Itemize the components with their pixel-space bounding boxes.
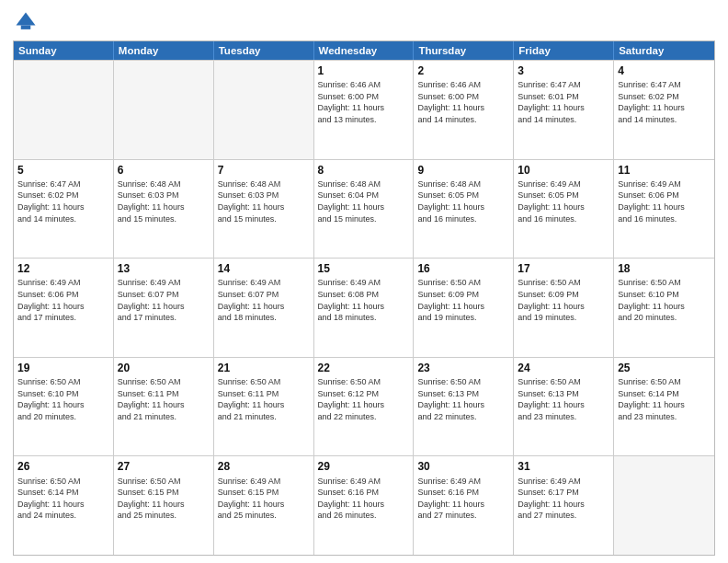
calendar-cell: 8Sunrise: 6:48 AM Sunset: 6:04 PM Daylig… [314,160,415,259]
header [13,9,715,35]
calendar-cell [214,61,314,159]
svg-marker-0 [17,13,36,26]
logo [13,9,42,35]
calendar-cell: 25Sunrise: 6:50 AM Sunset: 6:14 PM Dayli… [614,358,714,456]
calendar-cell: 7Sunrise: 6:48 AM Sunset: 6:03 PM Daylig… [214,160,314,259]
day-info: Sunrise: 6:48 AM Sunset: 6:03 PM Dayligh… [118,178,210,224]
calendar-cell: 9Sunrise: 6:48 AM Sunset: 6:05 PM Daylig… [414,160,514,259]
day-number: 19 [17,361,109,375]
day-number: 29 [318,459,410,474]
day-info: Sunrise: 6:49 AM Sunset: 6:05 PM Dayligh… [518,178,609,224]
day-info: Sunrise: 6:50 AM Sunset: 6:10 PM Dayligh… [618,277,711,323]
day-number: 2 [417,63,509,78]
day-number: 25 [618,361,711,375]
day-number: 24 [518,361,609,375]
day-info: Sunrise: 6:49 AM Sunset: 6:07 PM Dayligh… [218,277,310,323]
day-number: 18 [618,261,711,276]
calendar-cell: 26Sunrise: 6:50 AM Sunset: 6:14 PM Dayli… [14,456,114,555]
day-info: Sunrise: 6:48 AM Sunset: 6:03 PM Dayligh… [218,178,310,224]
header-cell-sunday: Sunday [14,41,114,60]
day-info: Sunrise: 6:50 AM Sunset: 6:11 PM Dayligh… [118,376,210,422]
day-info: Sunrise: 6:49 AM Sunset: 6:15 PM Dayligh… [218,476,310,522]
calendar-row-2: 12Sunrise: 6:49 AM Sunset: 6:06 PM Dayli… [14,258,714,357]
day-info: Sunrise: 6:49 AM Sunset: 6:08 PM Dayligh… [318,277,410,323]
calendar: SundayMondayTuesdayWednesdayThursdayFrid… [13,40,715,556]
calendar-cell: 21Sunrise: 6:50 AM Sunset: 6:11 PM Dayli… [214,358,314,456]
calendar-cell: 23Sunrise: 6:50 AM Sunset: 6:13 PM Dayli… [414,358,514,456]
calendar-cell: 18Sunrise: 6:50 AM Sunset: 6:10 PM Dayli… [614,259,714,357]
calendar-cell: 4Sunrise: 6:47 AM Sunset: 6:02 PM Daylig… [614,61,714,159]
day-number: 17 [518,261,609,276]
calendar-cell: 27Sunrise: 6:50 AM Sunset: 6:15 PM Dayli… [114,456,214,555]
calendar-cell: 5Sunrise: 6:47 AM Sunset: 6:02 PM Daylig… [14,160,114,259]
calendar-cell: 30Sunrise: 6:49 AM Sunset: 6:16 PM Dayli… [414,456,514,555]
calendar-cell: 22Sunrise: 6:50 AM Sunset: 6:12 PM Dayli… [314,358,415,456]
day-info: Sunrise: 6:50 AM Sunset: 6:11 PM Dayligh… [218,376,310,422]
calendar-cell: 10Sunrise: 6:49 AM Sunset: 6:05 PM Dayli… [514,160,614,259]
day-info: Sunrise: 6:47 AM Sunset: 6:02 PM Dayligh… [17,178,109,224]
day-number: 14 [218,261,310,276]
day-number: 6 [118,163,210,178]
day-info: Sunrise: 6:48 AM Sunset: 6:05 PM Dayligh… [417,178,509,224]
calendar-cell: 12Sunrise: 6:49 AM Sunset: 6:06 PM Dayli… [14,259,114,357]
day-number: 7 [218,163,310,178]
day-number: 8 [318,163,410,178]
calendar-cell: 16Sunrise: 6:50 AM Sunset: 6:09 PM Dayli… [414,259,514,357]
calendar-row-0: 1Sunrise: 6:46 AM Sunset: 6:00 PM Daylig… [14,60,714,159]
day-number: 12 [17,261,109,276]
day-number: 21 [218,361,310,375]
day-info: Sunrise: 6:50 AM Sunset: 6:12 PM Dayligh… [318,376,410,422]
day-info: Sunrise: 6:49 AM Sunset: 6:06 PM Dayligh… [17,277,109,323]
day-number: 15 [318,261,410,276]
day-info: Sunrise: 6:46 AM Sunset: 6:00 PM Dayligh… [417,79,509,125]
day-number: 1 [318,63,410,78]
day-info: Sunrise: 6:46 AM Sunset: 6:00 PM Dayligh… [318,79,410,125]
day-info: Sunrise: 6:48 AM Sunset: 6:04 PM Dayligh… [318,178,410,224]
calendar-cell: 24Sunrise: 6:50 AM Sunset: 6:13 PM Dayli… [514,358,614,456]
calendar-cell: 19Sunrise: 6:50 AM Sunset: 6:10 PM Dayli… [14,358,114,456]
day-info: Sunrise: 6:50 AM Sunset: 6:10 PM Dayligh… [17,376,109,422]
logo-icon [13,9,39,35]
calendar-row-1: 5Sunrise: 6:47 AM Sunset: 6:02 PM Daylig… [14,159,714,259]
calendar-row-3: 19Sunrise: 6:50 AM Sunset: 6:10 PM Dayli… [14,357,714,456]
calendar-cell: 2Sunrise: 6:46 AM Sunset: 6:00 PM Daylig… [414,61,514,159]
day-number: 30 [417,459,509,474]
calendar-cell: 14Sunrise: 6:49 AM Sunset: 6:07 PM Dayli… [214,259,314,357]
calendar-cell: 1Sunrise: 6:46 AM Sunset: 6:00 PM Daylig… [314,61,415,159]
header-cell-tuesday: Tuesday [214,41,314,60]
day-number: 23 [417,361,509,375]
day-info: Sunrise: 6:49 AM Sunset: 6:06 PM Dayligh… [618,178,711,224]
day-number: 26 [17,459,109,474]
header-cell-wednesday: Wednesday [314,41,415,60]
day-info: Sunrise: 6:49 AM Sunset: 6:16 PM Dayligh… [318,476,410,522]
calendar-cell: 29Sunrise: 6:49 AM Sunset: 6:16 PM Dayli… [314,456,415,555]
day-number: 3 [518,63,609,78]
header-cell-thursday: Thursday [414,41,514,60]
day-number: 9 [417,163,509,178]
header-cell-saturday: Saturday [614,41,714,60]
day-info: Sunrise: 6:50 AM Sunset: 6:15 PM Dayligh… [118,476,210,522]
day-info: Sunrise: 6:50 AM Sunset: 6:09 PM Dayligh… [417,277,509,323]
day-info: Sunrise: 6:50 AM Sunset: 6:13 PM Dayligh… [417,376,509,422]
calendar-cell [114,61,214,159]
calendar-cell [614,456,714,555]
calendar-cell: 28Sunrise: 6:49 AM Sunset: 6:15 PM Dayli… [214,456,314,555]
day-info: Sunrise: 6:50 AM Sunset: 6:14 PM Dayligh… [618,376,711,422]
calendar-cell: 15Sunrise: 6:49 AM Sunset: 6:08 PM Dayli… [314,259,415,357]
day-info: Sunrise: 6:50 AM Sunset: 6:09 PM Dayligh… [518,277,609,323]
day-info: Sunrise: 6:50 AM Sunset: 6:14 PM Dayligh… [17,476,109,522]
calendar-cell: 3Sunrise: 6:47 AM Sunset: 6:01 PM Daylig… [514,61,614,159]
calendar-cell: 20Sunrise: 6:50 AM Sunset: 6:11 PM Dayli… [114,358,214,456]
day-number: 22 [318,361,410,375]
header-cell-friday: Friday [514,41,614,60]
calendar-header: SundayMondayTuesdayWednesdayThursdayFrid… [14,41,714,60]
calendar-cell [14,61,114,159]
day-number: 27 [118,459,210,474]
day-number: 28 [218,459,310,474]
day-info: Sunrise: 6:49 AM Sunset: 6:17 PM Dayligh… [518,476,609,522]
day-number: 16 [417,261,509,276]
day-number: 31 [518,459,609,474]
day-number: 5 [17,163,109,178]
day-number: 11 [618,163,711,178]
header-cell-monday: Monday [114,41,214,60]
